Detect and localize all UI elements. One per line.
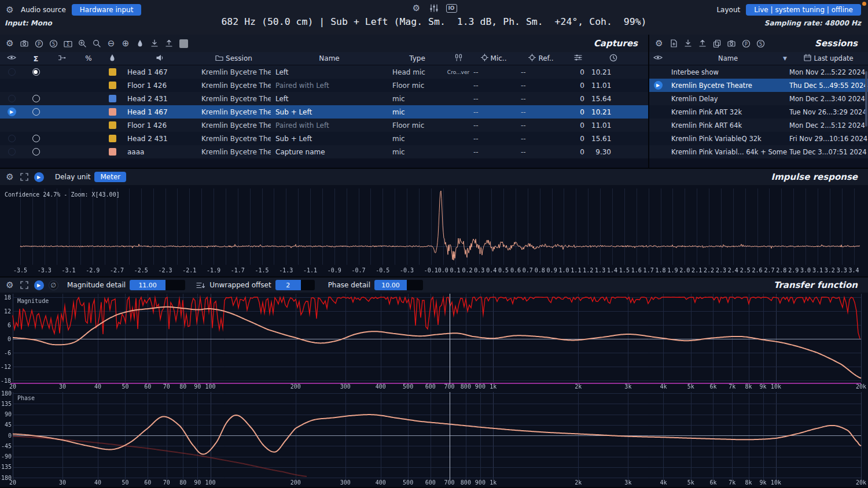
inactive-circle-icon[interactable] — [8, 135, 16, 142]
export-icon[interactable] — [164, 38, 174, 49]
capture-mic: -- — [470, 95, 517, 103]
duplicate-icon[interactable] — [712, 38, 722, 49]
mix-column-header[interactable]: % — [75, 52, 102, 65]
settings-icon[interactable]: ⚙ — [5, 38, 15, 49]
phase-chart[interactable] — [0, 391, 868, 488]
color-swatch-icon[interactable] — [178, 38, 189, 49]
settings-icon[interactable]: ⚙ — [5, 280, 15, 290]
visibility-column-header[interactable] — [649, 52, 667, 65]
session-row[interactable]: ▶Kremlin Bycetre TheatreThu Dec 5...49:5… — [649, 79, 868, 92]
capture-color-swatch[interactable] — [109, 68, 116, 76]
session-row[interactable]: Interbee showMon Nov 2...5:22 2024 — [649, 65, 868, 79]
p-badge-icon[interactable]: P — [34, 38, 44, 49]
snapshot-icon[interactable] — [726, 38, 737, 49]
sum-snapshot-icon[interactable]: Σ — [62, 38, 73, 49]
capture-row[interactable]: ▶Head 1 467Kremlin Bycetre TheatreSub + … — [0, 105, 648, 119]
phase-detail-label: Phase detail — [328, 281, 370, 289]
snapshot-icon[interactable] — [19, 38, 30, 49]
fullscreen-icon[interactable] — [19, 172, 30, 182]
io-icon[interactable]: IO — [446, 3, 457, 13]
mode-button[interactable]: Live | system tuning | offline — [746, 4, 861, 16]
s-badge-icon[interactable]: S — [48, 38, 58, 49]
session-row[interactable]: Kremlin Pink Variabl... 64k + Some comme… — [649, 145, 868, 158]
p-badge-icon[interactable]: P — [741, 38, 751, 49]
filler-column-header[interactable] — [635, 52, 648, 65]
delay-unit-label: Delay unit — [55, 173, 90, 181]
play-indicator-icon[interactable]: ▶ — [654, 81, 663, 90]
sum-column-header[interactable]: Σ — [23, 52, 49, 65]
new-session-icon[interactable] — [668, 38, 679, 49]
capture-color-swatch[interactable] — [109, 82, 116, 89]
levels-icon[interactable] — [429, 3, 439, 13]
magnitude-chart[interactable] — [0, 293, 868, 391]
session-row[interactable]: Kremlin Pink VariableQ 32kFri Nov 29...1… — [649, 132, 868, 145]
inactive-circle-icon[interactable] — [8, 148, 16, 156]
ref-column-header[interactable]: Ref.. — [517, 52, 565, 65]
pair-column-header[interactable] — [447, 52, 470, 65]
source-column-header[interactable] — [123, 52, 197, 65]
capture-row[interactable]: Head 2 431Kremlin Bycetre TheatreSub + L… — [0, 132, 648, 145]
capture-row[interactable]: Floor 1 426Kremlin Bycetre TheatrePaired… — [0, 79, 648, 92]
capture-color-swatch[interactable] — [109, 95, 116, 102]
solo-radio[interactable] — [32, 135, 40, 142]
zoom-fit-icon[interactable] — [77, 38, 87, 49]
session-row[interactable]: Kremlin Pink ART 32kTue Nov 26...3:29 20… — [649, 105, 868, 119]
capture-type: Floor mic — [388, 121, 447, 130]
capture-row[interactable]: Head 1 467Kremlin Bycetre TheatreLeftHea… — [0, 65, 648, 79]
layout-label[interactable]: Layout — [716, 6, 740, 14]
solo-radio[interactable] — [32, 95, 40, 102]
last-update-column-header[interactable]: Last update — [789, 52, 868, 65]
phase-detail-input[interactable]: 10.00 — [374, 280, 423, 290]
search-icon[interactable] — [91, 38, 102, 49]
capture-color-swatch[interactable] — [109, 121, 116, 129]
delay-unit-meter-button[interactable]: Meter — [94, 172, 126, 182]
live-toggle-button[interactable]: ▶ — [34, 280, 44, 290]
settings-icon[interactable]: ⚙ — [654, 38, 664, 49]
name-column-header[interactable]: Name▼ — [667, 52, 789, 65]
capture-color-swatch[interactable] — [109, 148, 116, 156]
import-icon[interactable] — [149, 38, 160, 49]
impulse-response-chart[interactable] — [0, 185, 868, 276]
capture-mic: -- — [470, 68, 517, 76]
capture-row[interactable]: Floor 1 426Kremlin Bycetre TheatrePaired… — [0, 119, 648, 132]
session-row[interactable]: Kremlin DelayMon Dec 2...3:40 2024 — [649, 92, 868, 105]
visibility-column-header[interactable] — [0, 52, 23, 65]
settings-icon[interactable]: ⚙ — [5, 172, 15, 182]
zoom-out-icon[interactable]: ⊖ — [106, 38, 116, 49]
import-icon[interactable] — [683, 38, 693, 49]
capture-delay: 10.21 — [591, 108, 635, 116]
measurement-settings-icon[interactable]: ⚙ — [411, 3, 422, 13]
capture-row[interactable]: aaaaKremlin Bycetre TheatreCapture namem… — [0, 145, 648, 158]
solo-radio[interactable] — [32, 68, 40, 76]
capture-row[interactable]: Head 2 431Kremlin Bycetre TheatreLeftmic… — [0, 92, 648, 105]
delay-column-header[interactable] — [591, 52, 635, 65]
brush-icon[interactable] — [135, 38, 145, 49]
capture-color-swatch[interactable] — [109, 108, 116, 116]
play-indicator-icon[interactable]: ▶ — [8, 108, 16, 116]
name-column-header[interactable]: Name — [271, 52, 388, 65]
session-row[interactable]: Kremlin Pink ART 64kMon Dec 2...5:12 202… — [649, 119, 868, 132]
magnitude-detail-input[interactable]: 11.00 — [130, 280, 185, 290]
session-column-header[interactable]: Session — [197, 52, 271, 65]
unwrap-mode-icon[interactable] — [195, 280, 205, 290]
solo-radio[interactable] — [32, 148, 40, 156]
live-toggle-button[interactable]: ▶ — [34, 172, 44, 182]
inactive-circle-icon[interactable] — [8, 68, 16, 76]
unwrapped-offset-input[interactable]: 2 — [275, 280, 315, 290]
type-column-header[interactable]: Type — [388, 52, 447, 65]
capture-color-swatch[interactable] — [109, 135, 116, 142]
polarity-toggle-button[interactable]: ∅ — [48, 280, 58, 290]
export-icon[interactable] — [697, 38, 708, 49]
gain-column-header[interactable] — [565, 52, 591, 65]
zoom-in-icon[interactable]: ⊕ — [120, 38, 131, 49]
fullscreen-icon[interactable] — [19, 280, 30, 290]
mic-column-header[interactable]: Mic.. — [470, 52, 517, 65]
inactive-circle-icon[interactable] — [8, 95, 16, 102]
group-column-header[interactable] — [49, 52, 75, 65]
s-badge-icon[interactable]: S — [755, 38, 766, 49]
sessions-scrollbar[interactable] — [865, 71, 867, 127]
color-column-header[interactable] — [102, 52, 123, 65]
solo-radio[interactable] — [32, 108, 40, 116]
sort-icon[interactable]: ▼ — [783, 56, 787, 61]
capture-gain: 0 — [565, 108, 591, 116]
